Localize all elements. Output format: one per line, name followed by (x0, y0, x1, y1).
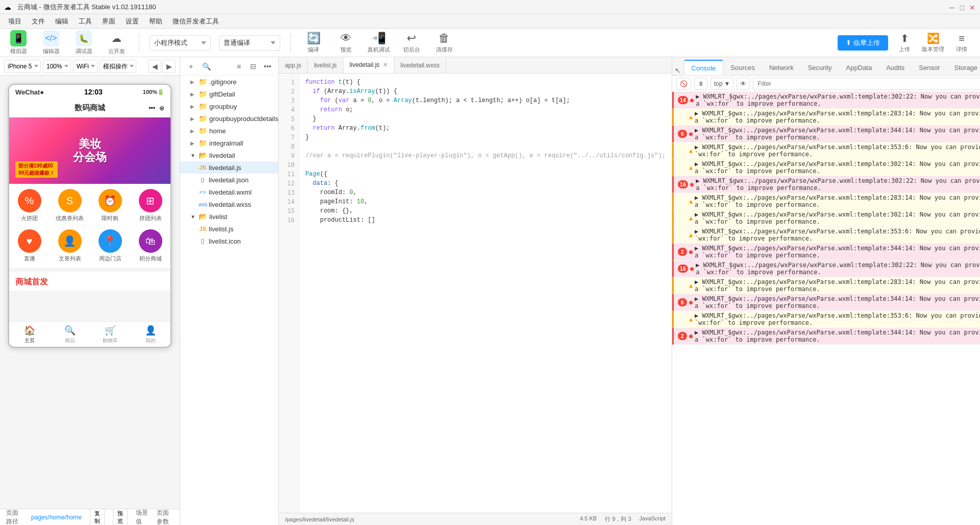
devtools-tab-console[interactable]: Console (684, 60, 724, 75)
phone-content: 美妆 分会场 部分满199减80 99元超级爆款！ % 火拼团 S 优惠券列表 (9, 117, 170, 321)
devtools-tab-security[interactable]: Security (801, 60, 839, 75)
sort-files-button[interactable]: ≡ (232, 60, 246, 73)
tree-item-livelist-folder[interactable]: ▼ 📂 livelist (180, 210, 278, 223)
detail-button[interactable]: ≡ 详情 (949, 33, 974, 53)
bottom-nav-mine[interactable]: 👤 我的 (130, 322, 170, 347)
compile-select[interactable]: 普通编译 (219, 35, 280, 51)
coupon-icon: S (58, 189, 82, 212)
menu-file[interactable]: 文件 (28, 16, 49, 27)
debugger-button[interactable]: 🐛 调试器 (71, 30, 96, 55)
code-editor[interactable]: function t(t) { if (Array.isArray(t)) { … (299, 74, 672, 513)
devtools-tab-audits[interactable]: Audits (879, 60, 912, 75)
icon-live[interactable]: ♥ 直播 (9, 229, 50, 262)
upload-btn-main[interactable]: ⬆ 上传 (892, 32, 917, 53)
tree-item-livedetail-json[interactable]: {} livedetail.json (180, 174, 278, 186)
log-entry: ▲▶ WXMLRT_$gwx:../pages/wxParse/wxParse.… (672, 109, 980, 126)
tree-item-integralmall[interactable]: ▶ 📁 integralmall (180, 137, 278, 149)
operation-select[interactable]: 模拟操作 (100, 60, 136, 73)
tree-item-gitignore[interactable]: ▶ 📁 .gitignore (180, 76, 278, 88)
tree-item-livedetail-js[interactable]: JS livedetail.js (180, 161, 278, 174)
new-file-button[interactable]: + (184, 60, 198, 73)
phone-bottom-nav: 🏠 主页 🔍 商品 🛒 购物车 👤 我的 (9, 321, 170, 347)
menu-edit[interactable]: 编辑 (51, 16, 72, 27)
chevron-down-icon: ▼ (190, 153, 197, 158)
chevron-icon: ▶ (190, 79, 197, 85)
preview-path-button[interactable]: 预览 (113, 509, 128, 526)
minimize-button[interactable]: ─ (948, 4, 955, 11)
menu-tools[interactable]: 工具 (75, 16, 96, 27)
error-icon: ● (690, 265, 694, 272)
tab-appjs[interactable]: app.js (279, 57, 308, 74)
compile-button[interactable]: 🔄 编译 (301, 32, 326, 54)
sep1 (139, 34, 139, 52)
devtools-tab-appdata[interactable]: AppData (839, 60, 879, 75)
menu-interface[interactable]: 界面 (98, 16, 119, 27)
tab-livedetailjs[interactable]: livedetail.js ✕ (344, 57, 395, 74)
copy-path-button[interactable]: 复制 (90, 509, 105, 526)
pause-button[interactable]: ⏸ (694, 78, 707, 90)
devtools-tab-storage[interactable]: Storage (947, 60, 980, 75)
sim-back-btn[interactable]: ◀ (148, 60, 161, 73)
icon-limited[interactable]: ⏰ 限时购 (90, 189, 130, 222)
bottom-nav-products[interactable]: 🔍 商品 (50, 322, 90, 347)
search-files-button[interactable]: 🔍 (200, 60, 213, 73)
menu-help[interactable]: 帮助 (145, 16, 166, 27)
menu-settings[interactable]: 设置 (121, 16, 143, 27)
eye-filter-button[interactable]: 👁 (737, 78, 750, 90)
tree-item-livedetail-folder[interactable]: ▼ 📂 livedetail (180, 149, 278, 161)
devtools-cursor-icon: ↖ (674, 66, 682, 75)
more-files-button[interactable]: ••• (261, 60, 274, 73)
tree-item-groupbuyproductdetails[interactable]: ▶ 📁 groupbuyproductdetails (180, 112, 278, 125)
clear-cache-button[interactable]: 🗑 清缓存 (432, 32, 456, 54)
icon-coupon[interactable]: S 优惠券列表 (50, 189, 90, 222)
bottom-nav-cart[interactable]: 🛒 购物车 (90, 322, 130, 347)
devtools-log: 14●▶ WXMLRT_$gwx:../pages/wxParse/wxPars… (672, 92, 980, 525)
tree-item-groupbuy[interactable]: ▶ 📁 groupbuy (180, 100, 278, 112)
bottom-nav-home[interactable]: 🏠 主页 (9, 322, 50, 347)
backend-button[interactable]: ↩ 切后台 (399, 32, 424, 54)
cloud-button[interactable]: ☁ 云开发 (104, 30, 129, 55)
tree-item-livedetail-wxss[interactable]: wxs livedetail.wxss (180, 198, 278, 210)
preview-button[interactable]: 👁 预览 (334, 32, 358, 54)
icon-group-list[interactable]: ⊞ 拼团列表 (130, 189, 170, 222)
icon-nearby[interactable]: 📍 周边门店 (90, 229, 130, 262)
tree-item-home[interactable]: ▶ 📁 home (180, 125, 278, 137)
menu-wechat-dev[interactable]: 微信开发者工具 (168, 16, 223, 27)
network-select[interactable]: WiFi (73, 60, 97, 73)
tree-item-livelist-js[interactable]: JS livelist.js (180, 223, 278, 235)
line-numbers: 12345 678910 1112131415 16 (279, 74, 299, 513)
close-button[interactable]: ✕ (969, 4, 976, 11)
tab-close-icon[interactable]: ✕ (383, 61, 388, 68)
devtools-tab-network[interactable]: Network (762, 60, 801, 75)
device-select[interactable]: iPhone 5 (4, 60, 41, 73)
log-message: ▶ WXMLRT_$gwx:../pages/wxParse/wxParse.w… (696, 93, 980, 107)
devtools-tab-sources[interactable]: Sources (723, 60, 762, 75)
devtools-tab-sensor[interactable]: Sensor (912, 60, 947, 75)
tree-item-livelist-icon[interactable]: {} livelist.icon (180, 235, 278, 247)
file-tree-content: ▶ 📁 .gitignore ▶ 📁 giftDetail ▶ 📁 groupb… (180, 76, 278, 525)
version-mgr-button[interactable]: 🔀 版本管理 (921, 32, 945, 53)
tab-livelistjs[interactable]: livelist.js (308, 57, 344, 74)
zoom-select[interactable]: 100% (43, 60, 71, 73)
log-badge: 14 (678, 96, 688, 104)
tab-livedetailwxss[interactable]: livedetail.wxss (395, 57, 447, 74)
sim-forward-btn[interactable]: ▶ (162, 60, 176, 73)
simulator-button[interactable]: 📱 模拟器 (6, 30, 31, 55)
icon-points-mall[interactable]: 🛍 积分商城 (130, 229, 170, 262)
collapse-files-button[interactable]: ⊟ (247, 60, 260, 73)
upload-button[interactable]: ⬆ 临摩上传 (838, 35, 888, 51)
log-entry: ▲▶ WXMLRT_$gwx:../pages/wxParse/wxParse.… (672, 210, 980, 227)
mode-select[interactable]: 小程序模式 (150, 35, 211, 51)
top-context-select[interactable]: top ▼ (710, 78, 734, 90)
tree-item-livedetail-wxml[interactable]: <> livedetail.wxml (180, 186, 278, 198)
icon-fire-group[interactable]: % 火拼团 (9, 189, 50, 222)
real-device-button[interactable]: 📲 真机调试 (366, 32, 391, 54)
editor-button[interactable]: </> 编辑器 (39, 30, 63, 55)
icon-article[interactable]: 👤 文章列表 (50, 229, 90, 262)
menu-bar: 项目 文件 编辑 工具 界面 设置 帮助 微信开发者工具 (0, 14, 980, 29)
filter-input[interactable] (753, 78, 980, 90)
menu-project[interactable]: 项目 (4, 16, 26, 27)
clear-console-button[interactable]: 🚫 (676, 78, 691, 90)
tree-item-giftdetail[interactable]: ▶ 📁 giftDetail (180, 88, 278, 100)
maximize-button[interactable]: □ (959, 4, 966, 11)
